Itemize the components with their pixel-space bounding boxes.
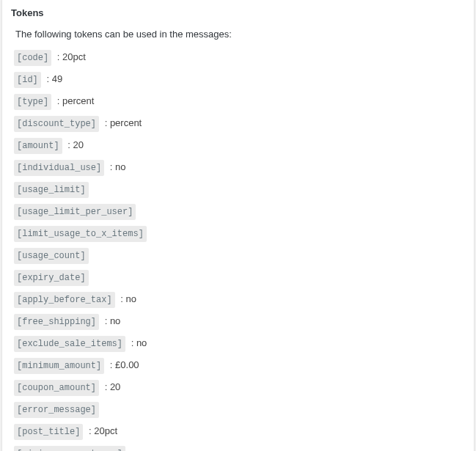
tokens-intro: The following tokens can be used in the … — [15, 29, 465, 40]
token-code: [code] — [14, 50, 51, 66]
token-code: [error_message] — [14, 402, 99, 418]
token-row: [individual_use] : no — [14, 160, 465, 176]
token-row: [usage_limit_per_user] — [14, 204, 465, 220]
token-row: [usage_count] — [14, 248, 465, 264]
token-value: : 20 — [65, 139, 84, 150]
token-row: [code] : 20pct — [14, 50, 465, 66]
tokens-panel: Tokens The following tokens can be used … — [1, 0, 475, 451]
token-code: [post_title] — [14, 424, 83, 440]
token-code: [minimum_amount_raw] — [14, 446, 125, 451]
token-row: [minimum_amount] : £0.00 — [14, 358, 465, 374]
token-row: [exclude_sale_items] : no — [14, 336, 465, 352]
token-code: [exclude_sale_items] — [14, 336, 125, 352]
token-row: [limit_usage_to_x_items] — [14, 226, 465, 242]
token-code: [id] — [14, 72, 41, 88]
tokens-heading: Tokens — [11, 7, 465, 18]
token-row: [expiry_date] — [14, 270, 465, 286]
token-value: : 20pct — [86, 425, 117, 436]
token-value: : percent — [102, 117, 142, 128]
token-row: [type] : percent — [14, 94, 465, 110]
token-code: [usage_count] — [14, 248, 89, 264]
token-code: [minimum_amount] — [14, 358, 104, 374]
token-list: [code] : 20pct[id] : 49[type] : percent[… — [14, 50, 465, 451]
token-value: : £0.00 — [107, 359, 139, 370]
token-value: : no — [128, 337, 147, 348]
token-code: [limit_usage_to_x_items] — [14, 226, 147, 242]
token-code: [apply_before_tax] — [14, 292, 115, 308]
token-row: [apply_before_tax] : no — [14, 292, 465, 308]
token-code: [amount] — [14, 138, 62, 154]
token-row: [free_shipping] : no — [14, 314, 465, 330]
token-code: [usage_limit_per_user] — [14, 204, 136, 220]
token-row: [amount] : 20 — [14, 138, 465, 154]
token-row: [usage_limit] — [14, 182, 465, 198]
token-value: : 20pct — [54, 51, 86, 62]
token-row: [coupon_amount] : 20 — [14, 380, 465, 396]
token-code: [expiry_date] — [14, 270, 89, 286]
token-value: : percent — [54, 95, 94, 106]
token-value: : no — [118, 293, 136, 304]
token-value: : 20 — [102, 381, 120, 392]
token-row: [error_message] — [14, 402, 465, 418]
token-row: [id] : 49 — [14, 72, 465, 88]
token-code: [discount_type] — [14, 116, 99, 132]
token-code: [coupon_amount] — [14, 380, 99, 396]
token-code: [usage_limit] — [14, 182, 89, 198]
token-value: : no — [107, 161, 125, 172]
token-code: [individual_use] — [14, 160, 104, 176]
token-row: [post_title] : 20pct — [14, 424, 465, 440]
token-value: : 49 — [44, 73, 62, 84]
token-code: [type] — [14, 94, 51, 110]
token-row: [minimum_amount_raw] — [14, 446, 465, 451]
token-code: [free_shipping] — [14, 314, 99, 330]
token-value: : no — [102, 315, 120, 326]
token-row: [discount_type] : percent — [14, 116, 465, 132]
